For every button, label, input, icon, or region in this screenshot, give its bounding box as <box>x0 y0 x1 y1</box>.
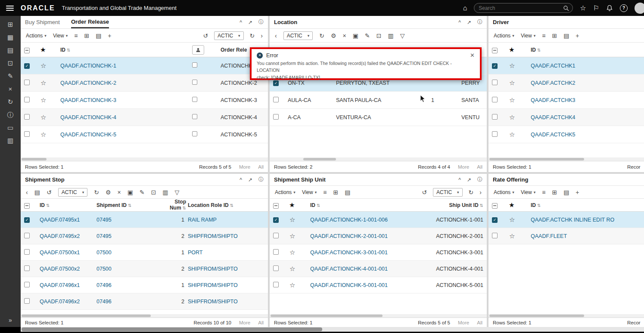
duplicate-icon[interactable]: ⊡ <box>151 189 156 195</box>
toolbar-prev-icon[interactable]: ‹ <box>26 189 28 195</box>
ship-unit-id-link[interactable]: QAADF.ACTIONCHK-1-001-006 <box>310 217 422 223</box>
duplicate-icon[interactable]: ⊡ <box>376 33 382 39</box>
table-row[interactable]: ☆ QAADF.ACTIONCHK-4-001-001 ACTIONCHK-4-… <box>270 261 487 277</box>
export-document-icon[interactable]: ▤ <box>96 33 101 39</box>
order-release-id-link[interactable]: QAADF.ACTIONCHK-5 <box>60 132 192 138</box>
export-document-icon[interactable]: ▤ <box>563 189 569 195</box>
more-link[interactable]: More <box>239 164 250 170</box>
order-release-id-link[interactable]: QAADF.ACTIONCHK-3 <box>60 97 192 103</box>
table-row[interactable]: ✓ ☆ QAADF.ACTCHK1 <box>488 57 644 74</box>
cycle-icon[interactable]: ↺ <box>47 189 52 195</box>
table-row[interactable]: ☆ QAADF.ACTCHK3 <box>488 92 644 109</box>
saved-search-select[interactable]: ACTIC▾ <box>214 31 244 40</box>
star-icon[interactable]: ☆ <box>509 232 531 240</box>
star-icon[interactable]: ☆ <box>40 62 60 70</box>
row-checkbox[interactable]: ✓ <box>492 217 498 223</box>
tab-order-release[interactable]: Order Release <box>71 16 109 28</box>
grid-icon[interactable]: ⊞ <box>84 33 89 39</box>
star-icon[interactable]: ☆ <box>509 131 531 139</box>
view-menu[interactable]: View▾ <box>521 189 535 195</box>
wrench-icon[interactable]: ⚙ <box>331 33 336 39</box>
export-document-icon[interactable]: ▤ <box>345 189 350 195</box>
save-icon[interactable]: ▣ <box>353 33 358 39</box>
row-checkbox[interactable] <box>492 131 498 137</box>
location-role-link[interactable]: SHIPFROM/SHIPTO <box>188 266 268 272</box>
rate-offering-id-link[interactable]: QAADF.ACTCHK INLINE EDIT RO <box>531 217 644 223</box>
row-checkbox[interactable]: ✓ <box>273 217 279 223</box>
driver-id-link[interactable]: QAADF.ACTCHK4 <box>531 114 644 120</box>
horizontal-scrollbar[interactable] <box>488 157 644 161</box>
more-link[interactable]: More <box>458 164 469 170</box>
table-row[interactable]: ☆ QAADF.ACTIONCHK-3-001-001 ACTIONCHK-3-… <box>270 244 487 261</box>
scrollbar-thumb[interactable] <box>22 327 322 331</box>
info-icon[interactable]: ⓘ <box>7 111 14 118</box>
star-icon[interactable]: ☆ <box>289 216 310 224</box>
all-link[interactable]: All <box>258 164 264 170</box>
add-icon[interactable]: + <box>576 189 579 195</box>
report-icon[interactable]: ▥ <box>7 137 13 144</box>
grid-icon[interactable]: ⊞ <box>552 189 557 195</box>
hamburger-menu-icon[interactable] <box>6 6 14 11</box>
table-row[interactable]: ☆ QAADF.ACTCHK2 <box>488 74 644 92</box>
toolbar-prev-icon[interactable]: ‹ <box>275 33 277 39</box>
horizontal-scrollbar[interactable] <box>270 314 487 318</box>
row-checkbox[interactable] <box>24 249 30 255</box>
row-flag-checkbox[interactable] <box>192 131 197 136</box>
sort-icon[interactable]: ⇅ <box>480 203 483 208</box>
table-row[interactable]: ☆ QAADF.ACTIONCHK-3 ACTIONCHK-3 <box>21 92 268 109</box>
table-row[interactable]: QAADF.07500x2 07500 2 SHIPFROM/SHIPTO <box>21 261 268 277</box>
actions-menu[interactable]: Actions▾ <box>26 33 47 39</box>
star-icon[interactable]: ☆ <box>509 62 531 70</box>
open-external-icon[interactable]: ↗ <box>467 177 471 183</box>
wrench-icon[interactable]: ⚙ <box>106 189 111 195</box>
ship-unit-id-link[interactable]: QAADF.ACTIONCHK-5-001-001 <box>310 282 422 288</box>
location-role-link[interactable]: SHIPFROM/SHIPTO <box>188 233 268 239</box>
row-checkbox[interactable]: ✓ <box>273 80 279 86</box>
ship-unit-id-link[interactable]: QAADF.ACTIONCHK-4-001-001 <box>310 266 422 272</box>
row-checkbox[interactable] <box>273 265 279 271</box>
chart-icon[interactable]: ▥ <box>388 33 393 39</box>
edit-icon[interactable]: ✎ <box>8 73 13 79</box>
order-release-id-link[interactable]: QAADF.ACTIONCHK-2 <box>60 80 192 86</box>
row-flag-checkbox[interactable] <box>192 97 197 102</box>
row-checkbox[interactable]: ✓ <box>492 63 498 69</box>
refresh-icon[interactable]: ↻ <box>319 33 324 39</box>
toolbar-next-icon[interactable]: › <box>261 33 263 39</box>
page-horizontal-scrollbar[interactable] <box>21 327 644 332</box>
table-row[interactable]: QAADF.07496x2 07496 2 SHIPFROM/SHIPTO <box>21 293 268 310</box>
horizontal-scrollbar[interactable] <box>21 157 268 161</box>
row-flag-checkbox[interactable] <box>192 80 197 85</box>
sort-icon[interactable]: ⇅ <box>230 203 233 208</box>
actions-menu[interactable]: Actions▾ <box>494 33 514 39</box>
workbench-icon[interactable]: ⊞ <box>8 21 13 28</box>
toolbar-next-icon[interactable]: › <box>479 189 482 195</box>
search-icon[interactable] <box>563 5 569 11</box>
favorites-star-icon[interactable]: ☆ <box>580 5 586 12</box>
table-row[interactable]: ✓ ☆ QAADF.ACTCHK INLINE EDIT RO <box>488 212 644 228</box>
finder-icon[interactable]: ▦ <box>7 34 13 40</box>
all-link[interactable]: All <box>477 164 482 170</box>
star-icon[interactable]: ☆ <box>509 79 531 87</box>
star-icon[interactable]: ☆ <box>509 96 531 104</box>
table-row[interactable]: ☆ QAADF.ACTIONCHK-5-001-001 ACTIONCHK-5-… <box>270 277 487 293</box>
shipment-stop-id-link[interactable]: QAADF.07500x2 <box>40 266 96 272</box>
info-icon[interactable]: ⓘ <box>477 176 482 183</box>
driver-id-link[interactable]: QAADF.ACTCHK3 <box>531 97 644 103</box>
shipment-id-link[interactable]: 07496 <box>96 282 160 288</box>
view-menu[interactable]: View▾ <box>53 33 68 39</box>
star-icon[interactable]: ☆ <box>289 249 310 256</box>
view-menu[interactable]: View▾ <box>302 189 317 195</box>
remove-icon[interactable]: × <box>343 33 346 39</box>
manage-columns-icon[interactable]: ≡ <box>74 33 78 39</box>
row-flag-checkbox[interactable] <box>192 62 197 68</box>
cycle-icon[interactable]: ↺ <box>203 33 208 39</box>
add-icon[interactable]: + <box>108 33 111 39</box>
row-checkbox[interactable] <box>24 298 30 304</box>
shipment-id-link[interactable]: 07495 <box>96 217 160 223</box>
table-row[interactable]: ☆ QAADF.ACTIONCHK-4 ACTIONCHK-4 <box>21 109 268 126</box>
row-checkbox[interactable] <box>24 265 30 271</box>
add-icon[interactable]: + <box>576 33 579 39</box>
expand-sidebar-icon[interactable]: » <box>9 317 12 324</box>
select-all-checkbox[interactable] <box>24 203 30 209</box>
shipment-stop-id-link[interactable]: QAADF.07495x1 <box>40 217 96 223</box>
